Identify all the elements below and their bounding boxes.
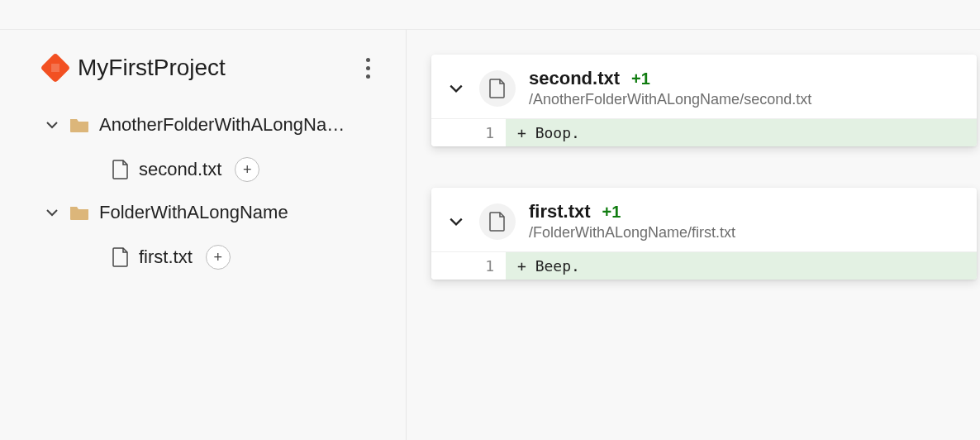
stage-file-button[interactable]: +	[206, 245, 231, 270]
file-icon	[479, 203, 516, 240]
diff-filepath: /AnotherFolderWithALongName/second.txt	[529, 91, 811, 108]
file-icon	[112, 160, 129, 179]
collapse-diff-button[interactable]	[446, 214, 466, 229]
tree-file-label: first.txt	[139, 246, 193, 268]
diff-card: second.txt +1 /AnotherFolderWithALongNam…	[431, 55, 977, 146]
folder-icon	[69, 204, 89, 221]
project-menu-button[interactable]	[354, 55, 381, 81]
collapse-diff-button[interactable]	[446, 81, 466, 96]
tree-folder-label: AnotherFolderWithALongName	[99, 114, 347, 136]
project-name: MyFirstProject	[78, 55, 343, 81]
diff-header: second.txt +1 /AnotherFolderWithALongNam…	[431, 55, 977, 118]
tree-folder[interactable]: FolderWithALongName	[45, 202, 397, 223]
tree-file[interactable]: second.txt +	[112, 157, 397, 182]
chevron-down-icon	[45, 206, 59, 219]
file-tree-sidebar: MyFirstProject AnotherFolderWithALongNam…	[0, 30, 407, 440]
file-icon	[112, 247, 129, 267]
file-icon	[479, 70, 516, 107]
diff-filename[interactable]: second.txt	[529, 68, 620, 89]
added-line: + Beep.	[506, 251, 977, 280]
project-header: MyFirstProject	[45, 55, 397, 81]
diff-filepath: /FolderWithALongName/first.txt	[529, 224, 735, 242]
line-number: 1	[431, 251, 506, 280]
line-number: 1	[431, 118, 506, 146]
chevron-down-icon	[45, 118, 59, 132]
tree-folder[interactable]: AnotherFolderWithALongName	[45, 114, 397, 136]
tree-file-label: second.txt	[139, 159, 221, 180]
diff-header: first.txt +1 /FolderWithALongName/first.…	[431, 188, 977, 251]
added-line: + Boop.	[506, 118, 977, 146]
top-toolbar-strip	[0, 0, 980, 30]
diff-additions-count: +1	[602, 203, 621, 222]
diff-line: 1 + Boop.	[431, 118, 977, 146]
diff-line: 1 + Beep.	[431, 251, 977, 280]
diff-filename[interactable]: first.txt	[529, 201, 591, 222]
tree-file[interactable]: first.txt +	[112, 245, 397, 270]
diff-additions-count: +1	[631, 69, 650, 88]
tree-folder-label: FolderWithALongName	[99, 202, 288, 223]
git-icon	[40, 53, 71, 84]
folder-icon	[69, 117, 89, 133]
diff-panel: second.txt +1 /AnotherFolderWithALongNam…	[407, 30, 980, 440]
diff-card: first.txt +1 /FolderWithALongName/first.…	[431, 188, 977, 280]
stage-file-button[interactable]: +	[235, 157, 259, 182]
